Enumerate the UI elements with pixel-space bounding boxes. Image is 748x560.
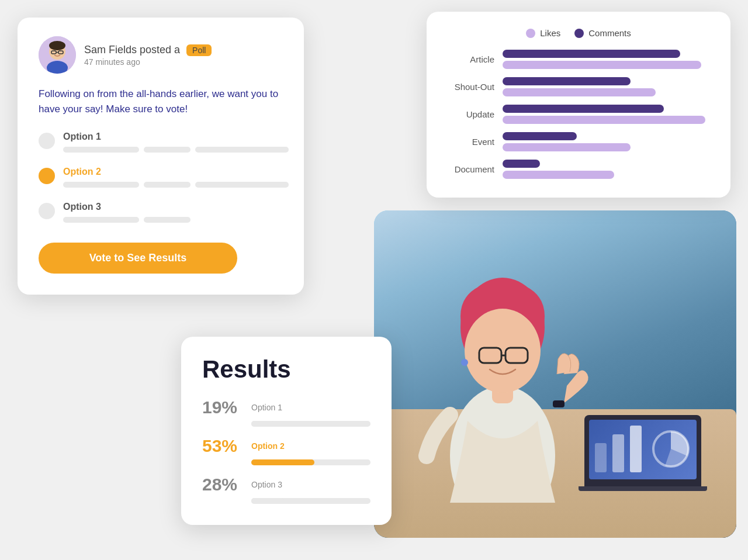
poll-meta: Sam Fields posted a Poll 47 minutes ago <box>84 44 212 67</box>
result-label-1: Option 1 <box>251 403 282 412</box>
result-item-3: 28% Option 3 <box>202 475 370 504</box>
bar-shoutout-comments <box>503 77 631 85</box>
result-bar-track-1 <box>251 421 370 427</box>
result-item-2: 53% Option 2 <box>202 436 370 465</box>
result-percent-1: 19% <box>202 397 243 417</box>
chart-bars-shoutout <box>503 77 709 96</box>
bar-shoutout-likes <box>503 88 656 96</box>
skeleton-line <box>63 182 139 188</box>
result-items: 19% Option 1 53% Option 2 28% Option 3 <box>202 397 370 504</box>
person-illustration <box>403 234 602 503</box>
chart-row-document: Document <box>448 160 709 179</box>
svg-rect-14 <box>553 400 565 407</box>
poll-header: Sam Fields posted a Poll 47 minutes ago <box>39 36 283 74</box>
poster-name: Sam Fields posted a Poll <box>84 44 212 56</box>
result-row-2: 53% Option 2 <box>202 436 370 456</box>
likes-label: Likes <box>540 28 560 38</box>
avatar <box>39 36 76 74</box>
photo-container <box>374 210 736 538</box>
result-item-1: 19% Option 1 <box>202 397 370 427</box>
option-1-label: Option 1 <box>63 132 289 142</box>
post-time: 47 minutes ago <box>84 57 212 67</box>
bar-article-comments <box>503 50 680 58</box>
svg-rect-18 <box>630 426 642 472</box>
poll-question: Following on from the all-hands earlier,… <box>39 87 283 116</box>
bar-document-comments <box>503 160 540 168</box>
chart-bars-update <box>503 105 709 124</box>
radio-option-2[interactable] <box>39 168 55 184</box>
chart-rows: Article Shout-Out Update Event <box>448 50 709 179</box>
skeleton-line <box>144 217 191 223</box>
skeleton-line <box>195 147 289 153</box>
laptop-screen <box>589 420 697 479</box>
svg-point-10 <box>465 309 541 393</box>
option-3-label: Option 3 <box>63 202 283 212</box>
radio-option-1[interactable] <box>39 133 55 149</box>
laptop-base <box>579 486 707 491</box>
comments-label: Comments <box>588 28 631 38</box>
chart-row-shoutout: Shout-Out <box>448 77 709 96</box>
skeleton-line <box>144 147 191 153</box>
bar-update-likes <box>503 116 705 124</box>
option-2-skeleton <box>63 182 289 188</box>
svg-point-3 <box>49 41 65 50</box>
svg-rect-16 <box>595 443 607 472</box>
likes-dot <box>526 29 535 38</box>
poll-option-2[interactable]: Option 2 <box>39 167 283 191</box>
poll-option-3[interactable]: Option 3 <box>39 202 283 226</box>
option-2-content: Option 2 <box>63 167 289 191</box>
posted-text: posted a <box>137 44 183 56</box>
chart-label-document: Document <box>448 164 494 174</box>
option-3-content: Option 3 <box>63 202 283 226</box>
comments-dot <box>574 29 584 38</box>
chart-row-article: Article <box>448 50 709 69</box>
vote-button[interactable]: Vote to See Results <box>39 243 237 274</box>
results-title: Results <box>202 355 370 383</box>
bar-document-likes <box>503 171 614 179</box>
skeleton-line <box>63 147 139 153</box>
result-row-3: 28% Option 3 <box>202 475 370 495</box>
poll-options: Option 1 Option 2 <box>39 132 283 226</box>
result-percent-3: 28% <box>202 475 243 495</box>
bar-event-likes <box>503 143 631 151</box>
legend-likes: Likes <box>526 28 560 38</box>
chart-bars-document <box>503 160 709 179</box>
bar-event-comments <box>503 132 577 140</box>
skeleton-line <box>144 182 191 188</box>
poll-card: Sam Fields posted a Poll 47 minutes ago … <box>18 18 304 295</box>
poll-option-1[interactable]: Option 1 <box>39 132 283 156</box>
result-label-3: Option 3 <box>251 480 282 489</box>
result-label-2: Option 2 <box>251 441 285 451</box>
skeleton-line <box>63 217 139 223</box>
chart-bars-event <box>503 132 709 151</box>
chart-label-update: Update <box>448 109 494 119</box>
result-bar-fill-1 <box>251 421 274 427</box>
radio-option-3[interactable] <box>39 203 55 219</box>
result-bar-fill-2 <box>251 459 314 465</box>
option-1-content: Option 1 <box>63 132 289 156</box>
chart-bars-article <box>503 50 709 69</box>
chart-label-event: Event <box>448 137 494 147</box>
chart-label-shoutout: Shout-Out <box>448 82 494 92</box>
result-bar-track-2 <box>251 459 370 465</box>
svg-rect-17 <box>612 434 624 472</box>
result-bar-track-3 <box>251 498 370 504</box>
laptop <box>584 415 701 491</box>
result-bar-fill-3 <box>251 498 285 504</box>
chart-card: Likes Comments Article Shout-Out Update <box>427 12 730 198</box>
result-percent-2: 53% <box>202 436 243 456</box>
chart-row-event: Event <box>448 132 709 151</box>
user-name-text: Sam Fields <box>84 44 137 56</box>
legend-comments: Comments <box>574 28 631 38</box>
bar-update-comments <box>503 105 664 113</box>
results-card: Results 19% Option 1 53% Option 2 <box>181 337 392 525</box>
result-row-1: 19% Option 1 <box>202 397 370 417</box>
chart-row-update: Update <box>448 105 709 124</box>
chart-label-article: Article <box>448 54 494 64</box>
poll-badge: Poll <box>186 44 212 56</box>
option-1-skeleton <box>63 147 289 153</box>
option-2-label: Option 2 <box>63 167 289 177</box>
bar-article-likes <box>503 61 701 69</box>
svg-point-15 <box>461 359 468 366</box>
option-3-skeleton <box>63 217 283 223</box>
